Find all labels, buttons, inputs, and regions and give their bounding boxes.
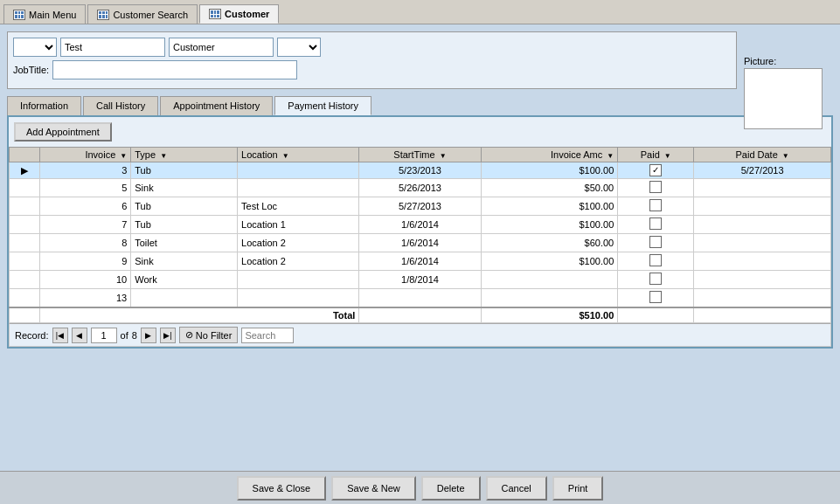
sort-arrow-type: ▼ (160, 152, 167, 160)
row-indicator: ▶ (10, 162, 40, 179)
add-appointment-button[interactable]: Add Appointment (14, 122, 112, 142)
sort-arrow-paiddate: ▼ (782, 152, 789, 160)
table-body: ▶ 3 Tub 5/23/2013 $100.00 ✓ 5/27/2013 5 … (10, 162, 831, 308)
last-name-field[interactable] (169, 38, 274, 57)
cell-paiddate (694, 271, 831, 289)
cell-location: Location 1 (238, 216, 359, 234)
jobtitle-row: JobTitle: (13, 60, 731, 79)
col-starttime[interactable]: StartTime ▼ (359, 148, 481, 162)
tab-appointment-history[interactable]: Appointment History (160, 96, 273, 115)
sort-arrow-starttime: ▼ (440, 152, 447, 160)
name-row (13, 38, 731, 57)
paid-checkbox[interactable] (649, 273, 662, 285)
row-indicator (10, 252, 40, 271)
cell-invoice: 8 (39, 234, 130, 252)
col-paid[interactable]: Paid ▼ (618, 148, 694, 162)
total-label: Total (39, 307, 359, 323)
first-name-field[interactable] (60, 38, 165, 57)
total-paiddate (694, 307, 831, 323)
add-btn-row: Add Appointment (9, 117, 831, 147)
cancel-button[interactable]: Cancel (486, 476, 547, 501)
paid-checkbox[interactable] (649, 291, 662, 303)
col-paiddate[interactable]: Paid Date ▼ (694, 148, 831, 162)
cell-starttime (359, 289, 481, 308)
cell-invoice: 9 (39, 252, 130, 271)
total-row: Total $510.00 (10, 307, 831, 323)
print-button[interactable]: Print (552, 476, 604, 501)
tab-customer-search[interactable]: Customer Search (87, 4, 198, 24)
title-select[interactable] (13, 38, 57, 57)
cell-paid[interactable] (618, 216, 694, 234)
total-paid (618, 307, 694, 323)
save-close-button[interactable]: Save & Close (237, 476, 327, 501)
nav-next-button[interactable]: ▶ (141, 328, 156, 343)
nav-first-button[interactable]: |◀ (52, 328, 68, 343)
table-row[interactable]: ▶ 3 Tub 5/23/2013 $100.00 ✓ 5/27/2013 (10, 162, 831, 179)
col-invoice[interactable]: Invoice ▼ (39, 148, 130, 162)
table-row[interactable]: 5 Sink 5/26/2013 $50.00 (10, 179, 831, 197)
paid-checkbox[interactable]: ✓ (649, 164, 662, 176)
no-filter-button[interactable]: ⊘ No Filter (179, 327, 239, 343)
save-new-button[interactable]: Save & New (331, 476, 416, 501)
tab-main-menu[interactable]: Main Menu (3, 4, 86, 24)
col-location[interactable]: Location ▼ (238, 148, 359, 162)
nav-of-label: of (121, 330, 128, 341)
cell-paid[interactable] (618, 234, 694, 252)
table-row[interactable]: 10 Work 1/8/2014 (10, 271, 831, 289)
nav-bar: Record: |◀ ◀ of 8 ▶ ▶| ⊘ No Filter (9, 323, 831, 347)
cell-invoice: 3 (39, 162, 130, 179)
paid-checkbox[interactable] (649, 236, 662, 248)
suffix-select[interactable] (277, 38, 321, 57)
cell-invoiceamt: $100.00 (481, 252, 618, 271)
content-tabs: Information Call History Appointment His… (7, 96, 833, 115)
table-header-row: Invoice ▼ Type ▼ Location ▼ StartTime (10, 148, 831, 162)
tab-call-history[interactable]: Call History (83, 96, 158, 115)
table-row[interactable]: 13 (10, 289, 831, 308)
table-row[interactable]: 9 Sink Location 2 1/6/2014 $100.00 (10, 252, 831, 271)
tab-payment-history[interactable]: Payment History (274, 96, 371, 115)
cell-starttime: 1/6/2014 (359, 252, 481, 271)
cell-paid[interactable] (618, 271, 694, 289)
cell-paid[interactable] (618, 179, 694, 197)
tab-customer-label: Customer (225, 9, 269, 19)
cell-invoice: 7 (39, 216, 130, 234)
cell-location (238, 289, 359, 308)
table-scroll[interactable]: Invoice ▼ Type ▼ Location ▼ StartTime (9, 147, 831, 323)
tab-information[interactable]: Information (7, 96, 81, 115)
cell-paid[interactable] (618, 197, 694, 216)
nav-current-input[interactable] (91, 328, 117, 343)
cell-invoice: 5 (39, 179, 130, 197)
cell-paiddate: 5/27/2013 (694, 162, 831, 179)
col-invoiceamt[interactable]: Invoice Amc ▼ (481, 148, 618, 162)
paid-checkbox[interactable] (649, 254, 662, 266)
funnel-icon: ⊘ (185, 329, 193, 341)
table-row[interactable]: 6 Tub Test Loc 5/27/2013 $100.00 (10, 197, 831, 216)
nav-prev-button[interactable]: ◀ (72, 328, 87, 343)
cell-paid[interactable]: ✓ (618, 162, 694, 179)
paid-checkbox[interactable] (649, 199, 662, 211)
paid-checkbox[interactable] (649, 181, 662, 193)
paid-checkbox[interactable] (649, 217, 662, 230)
top-tab-bar: Main Menu Customer Search Customer (0, 0, 840, 24)
table-footer: Total $510.00 (10, 307, 831, 323)
cell-paid[interactable] (618, 252, 694, 271)
cell-location (238, 271, 359, 289)
tab-customer[interactable]: Customer (199, 4, 279, 24)
cell-paid[interactable] (618, 289, 694, 308)
appointments-table: Invoice ▼ Type ▼ Location ▼ StartTime (9, 147, 831, 323)
table-row[interactable]: 8 Toilet Location 2 1/6/2014 $60.00 (10, 234, 831, 252)
nav-last-button[interactable]: ▶| (160, 328, 176, 343)
bottom-bar: Save & Close Save & New Delete Cancel Pr… (0, 471, 840, 504)
cell-invoiceamt: $100.00 (481, 197, 618, 216)
row-indicator (10, 289, 40, 308)
jobtitle-field[interactable] (52, 60, 297, 79)
row-indicator (10, 216, 40, 234)
cell-location (238, 162, 359, 179)
search-input[interactable] (241, 328, 294, 343)
delete-button[interactable]: Delete (421, 476, 481, 501)
cell-type: Toilet (131, 234, 238, 252)
col-type[interactable]: Type ▼ (131, 148, 238, 162)
grid-icon (13, 10, 25, 20)
table-row[interactable]: 7 Tub Location 1 1/6/2014 $100.00 (10, 216, 831, 234)
cell-invoiceamt: $100.00 (481, 216, 618, 234)
